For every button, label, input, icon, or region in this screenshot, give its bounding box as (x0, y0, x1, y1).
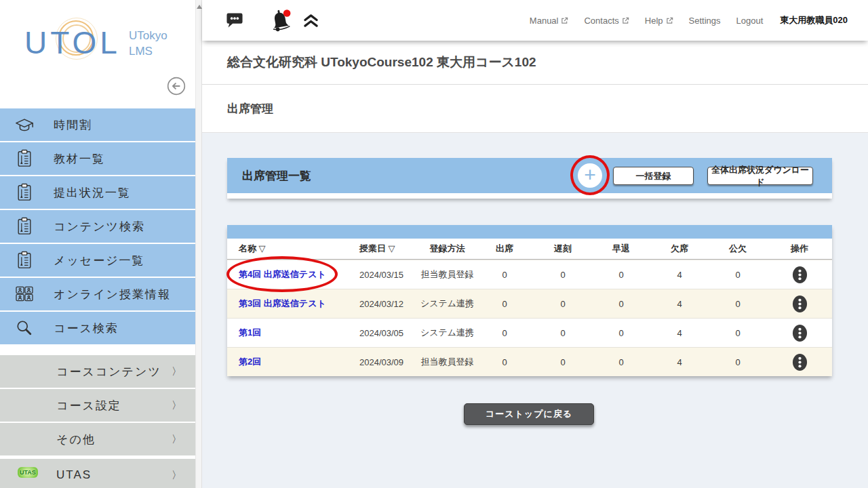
official-absence-count: 0 (709, 328, 767, 338)
sidebar: UTOL UTokyo LMS (0, 0, 195, 488)
attendance-item-link[interactable]: 第3回 出席送信テスト (239, 298, 326, 308)
course-title-band: 総合文化研究科 UTokyoCourse102 東大用コース102 (202, 41, 868, 85)
main-area: Manual Contacts Help Settings Logout 東大用… (202, 0, 868, 488)
chat-button[interactable] (226, 12, 243, 29)
sidebar-item-label: 時間割 (54, 117, 92, 133)
sidebar-item-utas[interactable]: UTAS UTAS 〉 (0, 459, 195, 488)
logo-area: UTOL UTokyo LMS (0, 0, 195, 108)
sidebar-item-label: コース検索 (54, 321, 119, 336)
settings-link[interactable]: Settings (689, 16, 721, 26)
course-title: 総合文化研究科 UTokyoCourse102 東大用コース102 (227, 54, 536, 71)
double-chevron-up-icon (302, 14, 319, 28)
logout-link[interactable]: Logout (736, 16, 764, 26)
table-row: 第1回 2024/03/05 システム連携 0 0 0 4 0 (227, 318, 832, 347)
sidebar-collapse-button[interactable] (167, 77, 186, 96)
graduation-cap-icon (14, 117, 35, 134)
column-header-method: 登録方法 (419, 243, 475, 255)
attendance-table-card: 名称 ▽ 授業日 ▽ 登録方法 出席 遅刻 早退 欠席 公欠 操作 第4回 出席… (227, 225, 832, 376)
attend-count: 0 (475, 270, 534, 280)
link-label: Help (645, 16, 663, 26)
notifications-button[interactable] (269, 9, 292, 33)
column-header-official-absence: 公欠 (709, 243, 767, 255)
attend-count: 0 (475, 328, 534, 338)
logo-subtitle-line1: UTokyo (129, 28, 167, 44)
late-count: 0 (534, 357, 592, 367)
attendance-item-link[interactable]: 第4回 出席送信テスト (239, 269, 326, 279)
sidebar-item-course-contents[interactable]: コースコンテンツ 〉 (0, 355, 195, 388)
sidebar-item-submission-status[interactable]: 提出状況一覧 (0, 176, 195, 209)
clipboard-icon (14, 217, 35, 236)
scroll-up-icon[interactable] (197, 5, 202, 9)
row-actions-menu-icon[interactable] (792, 353, 808, 371)
chevron-right-icon: 〉 (172, 469, 182, 482)
bell-icon (269, 9, 292, 33)
page-title: 出席管理 (227, 101, 273, 117)
column-header-attend: 出席 (475, 243, 534, 255)
back-to-course-top-button[interactable]: コーストップに戻る (464, 403, 594, 425)
sidebar-item-others[interactable]: その他 〉 (0, 423, 195, 455)
sidebar-item-content-search[interactable]: コンテンツ検索 (0, 210, 195, 243)
early-count: 0 (592, 270, 650, 280)
attendance-panel-header: 出席管理一覧 + 一括登録 全体出席状況ダウンロード (227, 158, 832, 193)
row-actions-menu-icon[interactable] (792, 324, 808, 342)
sidebar-item-online-class-info[interactable]: オンライン授業情報 (0, 278, 195, 310)
late-count: 0 (534, 299, 592, 309)
chat-bubble-icon (226, 12, 243, 29)
sidebar-item-label: 提出状況一覧 (54, 185, 131, 201)
attendance-item-link[interactable]: 第1回 (239, 327, 261, 338)
current-user-name: 東大用教職員020 (780, 14, 848, 26)
external-link-icon (561, 17, 568, 24)
sidebar-item-label: 教材一覧 (54, 151, 105, 167)
add-attendance-button[interactable]: + (578, 163, 602, 188)
attendance-item-link[interactable]: 第2回 (239, 357, 261, 367)
column-header-name[interactable]: 名称 ▽ (227, 243, 353, 255)
external-link-icon (666, 17, 673, 24)
sidebar-secondary-nav: コースコンテンツ 〉 コース設定 〉 その他 〉 UTAS UTAS 〉 (0, 355, 195, 488)
utol-lms-app: UTOL UTokyo LMS (0, 0, 868, 488)
sidebar-item-course-search[interactable]: コース検索 (0, 312, 195, 344)
official-absence-count: 0 (709, 357, 767, 367)
download-attendance-button[interactable]: 全体出席状況ダウンロード (707, 167, 813, 185)
absent-count: 4 (650, 328, 709, 338)
row-actions-menu-icon[interactable] (792, 295, 808, 313)
sidebar-item-course-settings[interactable]: コース設定 〉 (0, 389, 195, 422)
sidebar-item-materials[interactable]: 教材一覧 (0, 142, 195, 175)
column-header-actions: 操作 (767, 243, 832, 255)
attend-count: 0 (475, 299, 534, 309)
sidebar-item-label: コンテンツ検索 (54, 219, 145, 235)
online-class-icon (14, 286, 35, 302)
topbar-links: Manual Contacts Help Settings Logout 東大用… (514, 14, 848, 26)
class-date: 2024/03/15 (353, 270, 419, 280)
sidebar-item-timetable[interactable]: 時間割 (0, 108, 195, 141)
early-count: 0 (592, 328, 650, 338)
clipboard-icon (14, 251, 35, 270)
absent-count: 4 (650, 270, 709, 280)
contacts-link[interactable]: Contacts (584, 16, 629, 26)
sidebar-item-label: メッセージ一覧 (54, 253, 145, 268)
sidebar-item-label: オンライン授業情報 (54, 287, 171, 302)
sidebar-item-label: その他 (56, 432, 96, 447)
column-header-date[interactable]: 授業日 ▽ (353, 243, 419, 255)
clipboard-icon (14, 183, 35, 202)
class-date: 2024/03/05 (353, 328, 419, 338)
left-arrow-icon (167, 77, 186, 96)
early-count: 0 (592, 299, 650, 309)
utas-logo-icon: UTAS (18, 467, 38, 478)
column-header-late: 遅刻 (534, 243, 592, 255)
manual-link[interactable]: Manual (530, 16, 569, 26)
chevron-right-icon: 〉 (172, 365, 182, 378)
row-actions-menu-icon[interactable] (792, 266, 808, 284)
official-absence-count: 0 (709, 299, 767, 309)
collapse-topbar-button[interactable] (302, 14, 319, 28)
help-link[interactable]: Help (645, 16, 673, 26)
absent-count: 4 (650, 299, 709, 309)
table-top-strip (227, 225, 832, 239)
sidebar-item-messages[interactable]: メッセージ一覧 (0, 244, 195, 277)
bulk-register-button[interactable]: 一括登録 (613, 167, 694, 185)
register-method: システム連携 (419, 327, 475, 339)
sidebar-scrollbar[interactable] (195, 0, 202, 488)
column-header-early: 早退 (592, 243, 650, 255)
utol-logo-subtitle: UTokyo LMS (129, 28, 167, 60)
class-date: 2024/03/12 (353, 299, 419, 309)
sidebar-item-label: コースコンテンツ (56, 364, 161, 380)
